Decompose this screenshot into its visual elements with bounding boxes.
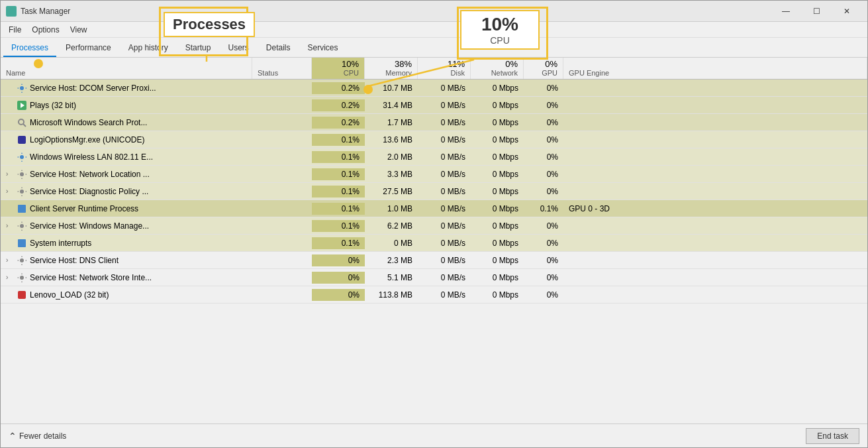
col-status-label: Status	[258, 69, 306, 77]
col-network-label: Network	[491, 69, 518, 77]
col-disk-label: Disk	[451, 69, 465, 77]
table-row[interactable]: Client Server Runtime Process0.1%1.0 MB0…	[1, 200, 867, 217]
table-row[interactable]: ›Service Host: Windows Manage...0.1%6.2 …	[1, 217, 867, 235]
process-name-text: Service Host: DNS Client	[30, 256, 119, 265]
table-row[interactable]: Plays (32 bit)0.2%31.4 MB0 MB/s0 Mbps0%	[1, 97, 867, 114]
col-header-network[interactable]: 0% Network	[471, 58, 524, 79]
cell-network: 0 Mbps	[471, 237, 524, 249]
cell-disk: 0 MB/s	[418, 134, 471, 146]
col-header-gpu-engine[interactable]: GPU Engine	[563, 58, 867, 79]
svg-rect-13	[18, 205, 26, 213]
cell-network: 0 Mbps	[471, 254, 524, 266]
close-button[interactable]: ✕	[832, 1, 862, 22]
cell-cpu: 0.2%	[312, 99, 365, 111]
col-cpu-pct: 10%	[342, 59, 359, 69]
table-row[interactable]: ›Service Host: Network Location ...0.1%3…	[1, 166, 867, 183]
cell-memory: 27.5 MB	[365, 186, 418, 197]
expand-button[interactable]: ›	[6, 188, 14, 196]
cell-memory: 2.3 MB	[365, 254, 418, 266]
tab-bar: Processes Performance App history Startu…	[1, 38, 867, 58]
process-name-text: LogiOptionsMgr.exe (UNICODE)	[30, 135, 144, 144]
table-row[interactable]: Lenovo_LOAD (32 bit)0%113.8 MB0 MB/s0 Mb…	[1, 286, 867, 304]
col-header-status[interactable]: Status	[252, 58, 312, 79]
maximize-button[interactable]: ☐	[801, 1, 832, 22]
menu-options[interactable]: Options	[26, 24, 64, 36]
svg-point-7	[19, 119, 24, 125]
table-row[interactable]: Windows Wireless LAN 802.11 E...0.1%2.0 …	[1, 148, 867, 166]
cell-status	[252, 156, 312, 158]
cell-gpu: 0%	[524, 254, 563, 266]
cell-process-name: Plays (32 bit)	[1, 99, 252, 112]
tab-startup[interactable]: Startup	[177, 40, 219, 57]
tab-processes[interactable]: Processes	[3, 40, 56, 57]
cell-disk: 0 MB/s	[418, 254, 471, 266]
cell-network: 0 Mbps	[471, 117, 524, 129]
table-row[interactable]: System interrupts0.1%0 MB0 MB/s0 Mbps0%	[1, 235, 867, 252]
tab-services[interactable]: Services	[300, 40, 346, 57]
cell-cpu: 0.2%	[312, 117, 365, 129]
cell-disk: 0 MB/s	[418, 289, 471, 301]
end-task-button[interactable]: End task	[806, 428, 859, 444]
cell-memory: 6.2 MB	[365, 220, 418, 232]
cell-process-name: Lenovo_LOAD (32 bit)	[1, 288, 252, 302]
cell-process-name: ›Service Host: Diagnostic Policy ...	[1, 185, 252, 198]
cell-cpu: 0.1%	[312, 220, 365, 232]
tab-performance[interactable]: Performance	[58, 40, 119, 57]
tab-details[interactable]: Details	[258, 40, 299, 57]
cell-cpu: 0.1%	[312, 237, 365, 249]
table-row[interactable]: Microsoft Windows Search Prot...0.2%1.7 …	[1, 114, 867, 131]
col-memory-pct: 38%	[395, 59, 412, 69]
tab-users[interactable]: Users	[220, 40, 256, 57]
col-header-disk[interactable]: 11% Disk	[418, 58, 471, 79]
col-header-name[interactable]: Name	[1, 58, 252, 79]
cell-gpu-engine	[563, 294, 867, 296]
cell-disk: 0 MB/s	[418, 168, 471, 180]
svg-rect-1	[12, 7, 15, 11]
menu-file[interactable]: File	[3, 24, 26, 36]
process-name-text: System interrupts	[30, 239, 91, 248]
cell-gpu-engine	[563, 121, 867, 124]
process-icon	[17, 186, 27, 197]
cell-gpu: 0%	[524, 237, 563, 249]
col-network-pct: 0%	[505, 59, 518, 69]
tab-app-history[interactable]: App history	[121, 40, 176, 57]
col-header-memory[interactable]: 38% Memory	[365, 58, 418, 79]
expand-button[interactable]: ›	[6, 274, 14, 282]
process-icon	[17, 272, 27, 283]
table-row[interactable]: LogiOptionsMgr.exe (UNICODE)0.1%13.6 MB0…	[1, 131, 867, 148]
cell-network: 0 Mbps	[471, 151, 524, 163]
table-row[interactable]: ›Service Host: Network Store Inte...0%5.…	[1, 269, 867, 286]
expand-button[interactable]: ›	[6, 170, 14, 178]
col-header-cpu[interactable]: 10% CPU	[312, 58, 365, 79]
cell-process-name: ›Service Host: DNS Client	[1, 254, 252, 267]
process-icon	[17, 169, 27, 180]
process-name-text: Microsoft Windows Search Prot...	[30, 118, 147, 127]
cell-process-name: Client Server Runtime Process	[1, 202, 252, 215]
cell-memory: 31.4 MB	[365, 99, 418, 111]
expand-button[interactable]: ›	[6, 256, 14, 264]
minimize-button[interactable]: —	[771, 1, 801, 22]
cell-memory: 3.3 MB	[365, 168, 418, 180]
cell-gpu: 0%	[524, 272, 563, 284]
menu-view[interactable]: View	[65, 24, 93, 36]
process-name-text: Lenovo_LOAD (32 bit)	[30, 290, 109, 300]
fewer-details-button[interactable]: ⌃ Fewer details	[9, 431, 66, 441]
cell-status	[252, 242, 312, 245]
cell-gpu-engine	[563, 87, 867, 89]
expand-button[interactable]: ›	[6, 222, 14, 230]
svg-rect-15	[18, 239, 26, 247]
app-icon	[6, 6, 17, 17]
table-row[interactable]: ›Service Host: Diagnostic Policy ...0.1%…	[1, 183, 867, 200]
cell-process-name: System interrupts	[1, 237, 252, 250]
table-row[interactable]: ›Service Host: DNS Client0%2.3 MB0 MB/s0…	[1, 252, 867, 269]
col-header-gpu[interactable]: 0% GPU	[524, 58, 563, 79]
svg-rect-2	[7, 12, 11, 15]
cell-memory: 2.0 MB	[365, 151, 418, 163]
cell-cpu: 0%	[312, 289, 365, 301]
svg-point-12	[20, 190, 24, 194]
cell-gpu-engine	[563, 173, 867, 176]
svg-point-14	[20, 224, 24, 228]
col-name-label: Name	[6, 69, 246, 77]
table-row[interactable]: Service Host: DCOM Server Proxi...0.2%10…	[1, 80, 867, 97]
col-disk-pct: 11%	[448, 59, 465, 69]
